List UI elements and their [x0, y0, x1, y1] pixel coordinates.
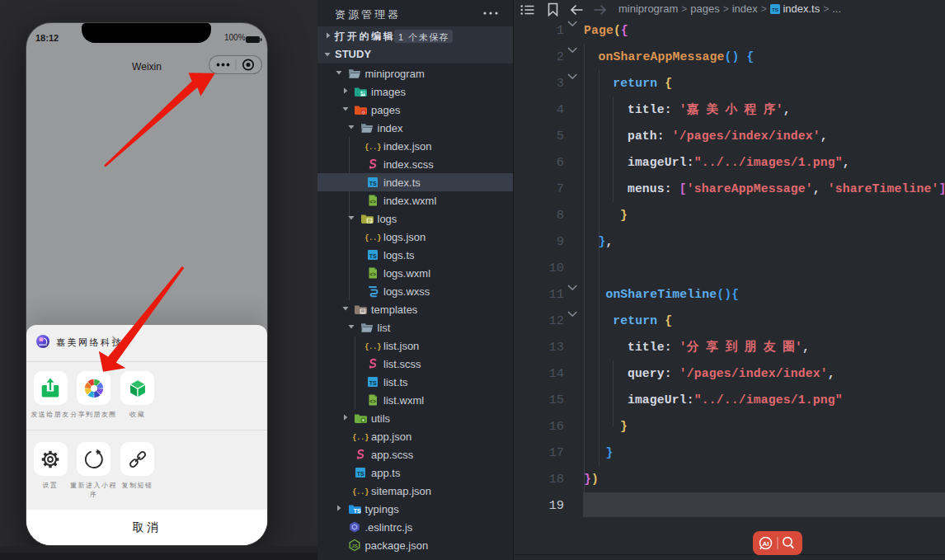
svg-text:TS: TS: [369, 181, 377, 186]
svg-text:TS: TS: [369, 380, 377, 386]
svg-text:TS: TS: [353, 508, 360, 514]
svg-text:<>: <>: [369, 399, 376, 405]
svg-text:{..}: {..}: [352, 434, 369, 442]
svg-text:TS: TS: [369, 253, 377, 259]
svg-text:TS: TS: [357, 471, 364, 477]
svg-text:<>: <>: [369, 272, 376, 278]
svg-text:<>: <>: [369, 200, 376, 205]
svg-text:TS: TS: [772, 7, 778, 12]
svg-text:{..}: {..}: [352, 488, 369, 496]
svg-text:{..}: {..}: [364, 343, 381, 351]
svg-text:AI: AI: [763, 540, 769, 548]
svg-text:{..}: {..}: [364, 234, 381, 242]
svg-text:JS: JS: [351, 544, 357, 548]
svg-text:{..}: {..}: [364, 144, 381, 152]
